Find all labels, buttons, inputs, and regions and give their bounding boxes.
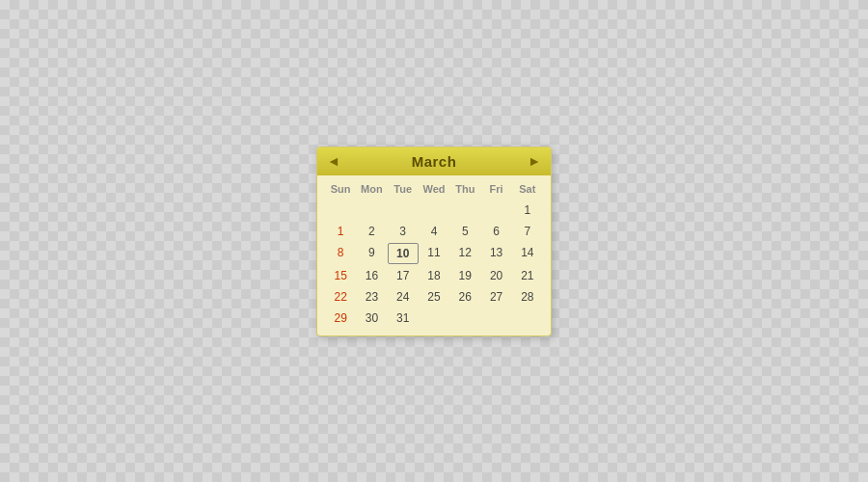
day-cell[interactable]: 13 <box>480 243 511 264</box>
day-cell[interactable]: 18 <box>419 266 449 285</box>
day-cell[interactable]: 22 <box>325 287 356 307</box>
day-cell[interactable]: 10 <box>388 243 419 264</box>
empty-day-cell <box>325 201 356 220</box>
day-cell[interactable]: 24 <box>388 287 419 307</box>
weekday-label: Wed <box>419 181 449 197</box>
day-cell[interactable]: 30 <box>356 308 387 328</box>
weekday-label: Sat <box>512 181 543 197</box>
calendar-widget: ◄ March ► SunMonTueWedThuFriSat 11234567… <box>316 147 552 336</box>
day-cell[interactable]: 8 <box>325 243 356 264</box>
day-cell[interactable]: 12 <box>449 243 480 264</box>
day-cell[interactable]: 9 <box>356 243 387 264</box>
weekday-label: Mon <box>356 181 387 197</box>
day-cell[interactable]: 5 <box>449 222 480 241</box>
day-cell[interactable]: 7 <box>512 222 543 241</box>
empty-day-cell <box>449 308 480 328</box>
day-cell[interactable]: 14 <box>512 243 543 264</box>
day-cell[interactable]: 27 <box>480 287 511 307</box>
day-cell[interactable]: 20 <box>480 266 511 285</box>
day-cell[interactable]: 2 <box>356 222 387 241</box>
day-cell[interactable]: 21 <box>512 266 543 285</box>
day-cell[interactable]: 1 <box>325 222 356 241</box>
day-cell[interactable]: 16 <box>356 266 387 285</box>
day-cell[interactable]: 23 <box>356 287 387 307</box>
days-grid: 1123456789101112131415161718192021222324… <box>325 201 543 328</box>
weekday-label: Thu <box>449 181 480 197</box>
weekday-label: Tue <box>388 181 419 197</box>
day-cell[interactable]: 28 <box>512 287 543 307</box>
calendar-body: SunMonTueWedThuFriSat 112345678910111213… <box>317 175 551 335</box>
empty-day-cell <box>480 201 511 220</box>
day-cell[interactable]: 11 <box>419 243 449 264</box>
empty-day-cell <box>356 201 387 220</box>
empty-day-cell <box>388 201 419 220</box>
day-cell[interactable]: 29 <box>325 308 356 328</box>
day-cell[interactable]: 6 <box>480 222 511 241</box>
weekday-label: Sun <box>325 181 356 197</box>
day-cell[interactable]: 31 <box>388 308 419 328</box>
empty-day-cell <box>449 201 480 220</box>
empty-day-cell <box>419 308 449 328</box>
day-cell[interactable]: 25 <box>419 287 449 307</box>
next-month-button[interactable]: ► <box>528 153 541 169</box>
prev-month-button[interactable]: ◄ <box>327 153 340 169</box>
month-title: March <box>412 153 457 170</box>
day-cell[interactable]: 19 <box>449 266 480 285</box>
day-cell[interactable]: 1 <box>512 201 543 220</box>
day-cell[interactable]: 17 <box>388 266 419 285</box>
empty-day-cell <box>480 308 511 328</box>
empty-day-cell <box>419 201 449 220</box>
empty-day-cell <box>512 308 543 328</box>
day-cell[interactable]: 3 <box>388 222 419 241</box>
calendar-header: ◄ March ► <box>317 147 551 175</box>
weekday-label: Fri <box>480 181 511 197</box>
weekday-labels: SunMonTueWedThuFriSat <box>325 181 543 197</box>
day-cell[interactable]: 26 <box>449 287 480 307</box>
day-cell[interactable]: 15 <box>325 266 356 285</box>
day-cell[interactable]: 4 <box>419 222 449 241</box>
